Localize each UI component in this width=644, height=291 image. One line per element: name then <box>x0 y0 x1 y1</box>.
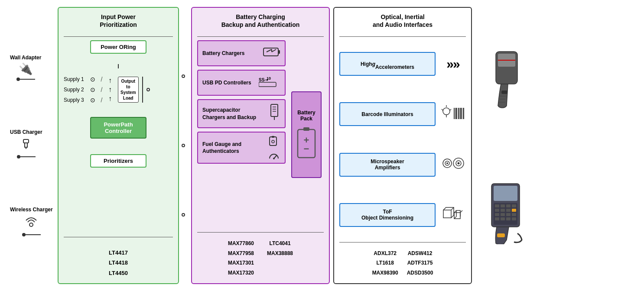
svg-rect-65 <box>512 204 516 207</box>
supply-3-dot: ⊙ <box>90 97 95 103</box>
svg-rect-18 <box>272 136 274 138</box>
svg-rect-76 <box>506 217 511 220</box>
svg-rect-68 <box>506 209 511 212</box>
part-max98390: MAX98390 <box>372 268 398 278</box>
panel-input-power: Input PowerPrioritization Power ORing Su… <box>58 7 179 284</box>
part-max17320: MAX17320 <box>228 268 254 278</box>
usb-charger-label: USB Charger <box>10 129 42 135</box>
usb-pd-label: USB PD Controllers <box>202 79 255 87</box>
svg-rect-46 <box>443 210 451 218</box>
tof-box: ToFObject Dimensioning <box>339 203 436 227</box>
supply-3-label: Supply 3 <box>64 97 88 103</box>
panel3-parts-left: ADXL372 LT1618 MAX98390 <box>372 249 398 278</box>
supply-arrows: ↑ ↑ ↑ <box>108 77 112 103</box>
svg-rect-78 <box>497 233 505 237</box>
panel3-part-numbers: ADXL372 LT1618 MAX98390 ADSW412 ADTF3175… <box>339 246 466 278</box>
sources-column: Wall Adapter 🔌 USB Charger <box>6 7 58 284</box>
usb-charger-line <box>20 156 36 157</box>
usb-charger-icon <box>19 137 33 153</box>
panel-optical: Optical, Inertialand Audio Interfaces Hi… <box>333 7 472 284</box>
connector-dot-2 <box>182 144 185 147</box>
wireless-charger-dot <box>22 233 26 236</box>
panel2-part-numbers: MAX77860 MAX77958 MAX17301 MAX17320 LTC4… <box>197 236 324 278</box>
part-lt4450: LT4450 <box>64 268 173 278</box>
panel1-content: Power ORing Supply 1 ⊙ ⟋ Supply 2 ⊙ <box>64 40 173 233</box>
output-to-load: OutputtoSystemLoad <box>118 77 139 103</box>
wall-adapter-source: Wall Adapter 🔌 <box>10 55 41 81</box>
supplies-section: Supply 1 ⊙ ⟋ Supply 2 ⊙ ⟋ Supply 3 ⊙ ⟋ <box>64 75 105 104</box>
svg-rect-67 <box>501 209 505 212</box>
wall-adapter-line <box>20 79 35 80</box>
usb-pd-icon: SS⇢ 10 <box>259 75 280 91</box>
panel3-title: Optical, Inertialand Audio Interfaces <box>339 13 466 29</box>
svg-rect-11 <box>259 82 276 87</box>
svg-rect-72 <box>506 213 511 216</box>
battery-pack-label: BatteryPack <box>297 110 315 122</box>
part-max38888: MAX38888 <box>267 249 293 259</box>
svg-rect-63 <box>501 204 505 207</box>
supply-1-row: Supply 1 ⊙ ⟋ <box>64 75 105 83</box>
prioritizers-box: Prioritizers <box>90 154 146 168</box>
fuel-gauge-icons <box>267 136 280 159</box>
supply-2-dot: ⊙ <box>90 86 95 93</box>
part-lt4417: LT4417 <box>64 248 173 258</box>
supply-3-switch: ⟋ <box>97 95 107 106</box>
power-oring-box: Power ORing <box>90 40 146 54</box>
powerpath-box: PowerPathController <box>90 117 146 139</box>
wireless-charger-label: Wireless Charger <box>10 207 53 213</box>
wireless-charger-source: Wireless Charger <box>10 207 53 236</box>
svg-rect-60 <box>494 186 517 201</box>
supply-1-switch: ⟋ <box>97 74 107 85</box>
supercap-label: SupercapacitorChargers and Backup <box>202 107 265 121</box>
barcode-box: Barcode Illuminators <box>339 102 436 126</box>
accelerometers-icon: »» <box>440 57 466 71</box>
part-lt1618: LT1618 <box>372 258 398 268</box>
svg-point-26 <box>443 108 450 115</box>
accelerometers-row: High gAccelerometers »» <box>339 40 466 87</box>
part-ltc4041: LTC4041 <box>267 239 293 249</box>
svg-point-21 <box>273 158 275 159</box>
part-lt4418: LT4418 <box>64 258 173 268</box>
svg-text:−: − <box>304 143 309 154</box>
battery-chargers-icon <box>263 47 280 60</box>
microspeaker-row: MicrospeakerAmplifiers <box>339 141 466 188</box>
panel2-title: Battery ChargingBackup and Authenticatio… <box>197 13 324 29</box>
supply-2-label: Supply 2 <box>64 87 88 93</box>
svg-rect-74 <box>495 217 499 220</box>
part-adsw412: ADSW412 <box>407 249 433 259</box>
svg-point-42 <box>446 162 448 164</box>
svg-rect-55 <box>501 91 507 94</box>
battery-right: BatteryPack + − <box>289 40 324 228</box>
usb-charger-source: USB Charger <box>10 129 42 158</box>
battery-functions: Battery Chargers USB PD Controllers <box>197 40 324 228</box>
svg-rect-17 <box>270 137 276 146</box>
svg-rect-66 <box>495 209 499 212</box>
svg-text:10: 10 <box>267 76 271 81</box>
barcode-icon <box>440 104 466 124</box>
svg-rect-0 <box>23 139 29 143</box>
usb-charger-dot <box>17 155 20 158</box>
devices-column <box>472 7 541 284</box>
microspeaker-icon <box>440 155 466 175</box>
supply-3-row: Supply 3 ⊙ ⟋ <box>64 96 105 104</box>
svg-rect-69 <box>512 209 516 212</box>
battery-chargers-label: Battery Chargers <box>202 50 260 57</box>
svg-rect-23 <box>303 127 309 131</box>
output-dot <box>146 88 150 91</box>
panel3-parts-right: ADSW412 ADTF3175 ADSD3500 <box>407 249 433 278</box>
main-diagram: Wall Adapter 🔌 USB Charger <box>6 7 638 284</box>
barcode-row: Barcode Illuminators <box>339 91 466 138</box>
svg-rect-4 <box>263 48 278 56</box>
fuel-gauge-label: Fuel Gauge andAuthenticators <box>202 141 264 155</box>
svg-line-6 <box>267 49 272 52</box>
svg-line-29 <box>442 109 443 110</box>
barcode-scanner-image <box>481 49 533 110</box>
svg-rect-12 <box>271 104 278 116</box>
battery-chargers-box: Battery Chargers <box>197 40 286 66</box>
part-adtf3175: ADTF3175 <box>407 258 433 268</box>
svg-rect-5 <box>278 50 280 54</box>
microspeaker-box: MicrospeakerAmplifiers <box>339 153 436 177</box>
supply-2-row: Supply 2 ⊙ ⟋ <box>64 86 105 94</box>
part-adxl372: ADXL372 <box>372 249 398 259</box>
panel1-part-numbers: LT4417 LT4418 LT4450 <box>64 241 173 278</box>
